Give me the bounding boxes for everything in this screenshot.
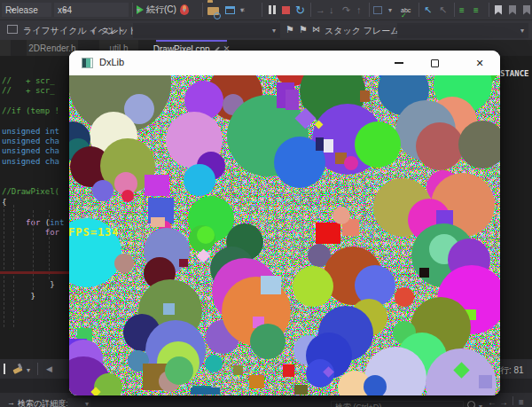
chevron-down-icon[interactable]: ▾ <box>479 403 482 407</box>
breakpoint-window-button[interactable] <box>373 2 382 18</box>
dxlib-title-bar[interactable]: DxLib ✕ <box>69 51 500 75</box>
decrease-indent-button[interactable]: ≡ <box>459 2 465 18</box>
dxlib-app-window[interactable]: DxLib ✕ FPS=134 <box>69 51 500 395</box>
configuration-dropdown[interactable]: Release▾ <box>2 3 51 17</box>
pointer-mode-button[interactable]: ↖ <box>424 2 432 18</box>
window-layout-button[interactable] <box>225 2 235 18</box>
search-depth-dropdown[interactable]: ▾ <box>67 398 90 407</box>
code-line: //DrawPixel( <box>2 187 59 197</box>
search-icon[interactable] <box>467 401 475 407</box>
toolbar-separator <box>369 3 370 17</box>
shape-square <box>151 217 165 227</box>
chevron-down-icon: ▾ <box>137 6 140 14</box>
minimize-button[interactable] <box>381 51 417 75</box>
code-line: unsigned cha <box>2 137 59 146</box>
chevron-down-icon: ▾ <box>183 6 186 14</box>
step-out-button[interactable]: ↑ <box>356 2 362 18</box>
separator <box>37 363 38 375</box>
chevron-down-icon: ▾ <box>240 6 244 14</box>
shape-circle <box>92 180 113 201</box>
code-line: // + scr_ <box>2 76 55 86</box>
platform-value: x64 <box>58 5 72 15</box>
pause-button[interactable] <box>269 2 276 18</box>
format-brush-icon[interactable] <box>12 363 24 374</box>
toolbar-separator <box>132 3 133 17</box>
search-forward-button[interactable]: → <box>499 397 508 407</box>
browse-folder-button[interactable] <box>207 2 219 18</box>
arrow-right-icon: → <box>316 4 325 15</box>
hot-reload-button[interactable]: ▾ <box>180 2 189 18</box>
flag-all-threads-icon[interactable]: ⚑ <box>299 24 308 35</box>
restart-icon: ↻ <box>295 4 305 17</box>
shape-circle <box>458 121 500 168</box>
window-icon <box>225 6 235 14</box>
thread-dropdown[interactable]: ▾ <box>133 23 280 38</box>
code-text-fragment: STANCE H <box>500 69 532 78</box>
debug-location-toolbar: ライフサイクル イベント ▾ スレッド: ▾ ⚑ ⚑ ⋈ スタック フレーム: … <box>0 20 532 40</box>
shape-circle <box>165 356 193 385</box>
dxlib-window-title: DxLib <box>99 57 124 67</box>
shape-square <box>294 385 308 395</box>
partial-icon: ≡ <box>519 397 524 407</box>
search-depth-label: 検索の詳細度: <box>18 398 68 407</box>
dxlib-render-canvas[interactable]: FPS=134 <box>69 75 500 395</box>
shape-square <box>286 90 299 110</box>
spell-check-button[interactable]: abc✓ <box>401 2 411 18</box>
step-over-button[interactable]: ↷ <box>342 2 350 18</box>
chevron-down-icon: ▾ <box>388 6 392 14</box>
pointer-icon: ↖ <box>424 4 432 16</box>
shape-circle <box>293 266 333 307</box>
shape-square <box>249 375 264 388</box>
step-out-icon: ↑ <box>356 4 362 15</box>
shape-square <box>261 276 281 294</box>
search-back-button[interactable]: ← <box>488 397 497 407</box>
toggle-bookmark-button[interactable] <box>495 2 502 18</box>
chevron-down-icon[interactable]: ▾ <box>27 366 30 374</box>
link-frames-icon[interactable]: ⋈ <box>312 25 320 34</box>
maximize-button[interactable] <box>417 51 452 75</box>
shape-square <box>283 364 294 377</box>
chevron-down-icon: ▾ <box>520 27 524 35</box>
minimize-icon <box>395 62 403 64</box>
shape-circle <box>416 122 464 170</box>
code-line: unsigned int <box>2 127 59 137</box>
stack-frame-dropdown[interactable]: ▾ <box>397 23 528 38</box>
shape-circle <box>205 355 223 372</box>
scroll-left-arrow[interactable]: ◀ <box>46 364 52 373</box>
code-line: // + scr_ <box>2 86 55 96</box>
list-options-button[interactable]: ≡▾ <box>240 2 245 18</box>
shape-circle <box>184 164 215 196</box>
shape-circle <box>364 375 387 395</box>
shape-square <box>145 175 169 196</box>
bookmark-prev-icon <box>509 5 516 15</box>
toolbar-separator <box>202 3 203 17</box>
show-next-statement-button[interactable]: → <box>316 2 325 18</box>
continue-button[interactable]: 続行(C) ▾ <box>137 2 179 18</box>
next-bookmark-button[interactable] <box>523 2 530 18</box>
debug-toolbar: Release▾ x64▾ 続行(C) ▾ ▾ ≡▾ ↻ → ↓ ↷ ↑ <box>0 0 532 20</box>
search-input[interactable] <box>331 401 464 407</box>
shape-square <box>316 137 324 151</box>
visual-studio-window: Release▾ x64▾ 続行(C) ▾ ▾ ≡▾ ↻ → ↓ ↷ ↑ <box>0 0 532 407</box>
step-over-icon: ↷ <box>342 4 350 16</box>
shape-square <box>233 365 243 375</box>
maximize-icon <box>431 59 439 67</box>
restart-button[interactable]: ↻ <box>295 2 305 18</box>
tab-partial[interactable] <box>0 40 11 56</box>
step-into-button[interactable]: ↓ <box>329 2 334 18</box>
shape-circle <box>332 207 350 224</box>
shape-square <box>179 259 188 267</box>
toolbar-separator <box>310 3 311 17</box>
text-cursor <box>4 364 5 374</box>
increase-indent-button[interactable]: ≡ <box>473 2 479 18</box>
shape-circle <box>121 190 134 202</box>
bookmark-next-icon <box>523 5 530 15</box>
stop-button[interactable] <box>282 2 290 18</box>
prev-bookmark-button[interactable] <box>509 2 516 18</box>
shape-circle <box>395 287 414 307</box>
flag-current-thread-icon[interactable]: ⚑ <box>286 24 294 35</box>
close-button[interactable]: ✕ <box>459 51 500 75</box>
configuration-value: Release <box>5 5 38 15</box>
platform-dropdown[interactable]: x64▾ <box>54 3 129 17</box>
pointer-alt-button[interactable]: ↖ <box>439 2 447 18</box>
